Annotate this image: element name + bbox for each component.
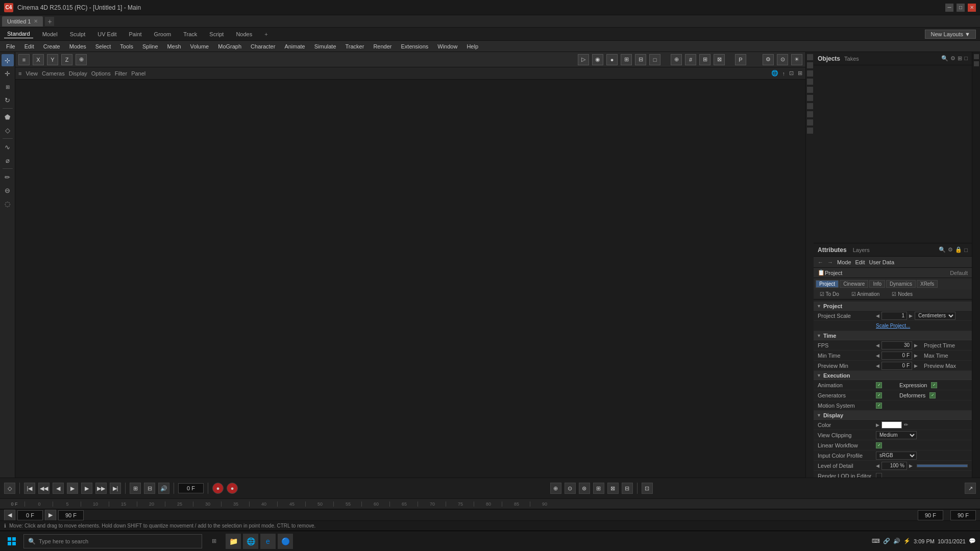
attrs-search-icon[interactable]: 🔍 [939,246,946,253]
takes-tab-label[interactable]: Takes [844,56,859,62]
obj-layout-icon[interactable]: ⊞ [958,55,962,62]
min-right[interactable]: ▶ [914,353,918,358]
pb-first[interactable]: |◀ [24,483,35,494]
scale-tool[interactable]: ⊞ [2,81,14,93]
pmin-left[interactable]: ◀ [876,363,879,368]
rs-icon9[interactable] [807,119,813,126]
rs-icon4[interactable] [807,79,813,85]
obj-maximize-icon[interactable]: □ [964,55,968,62]
new-tab-button[interactable]: + [45,17,54,26]
attrs-forward-btn[interactable]: → [827,259,833,265]
attrs-userdata-btn[interactable]: User Data [869,259,895,265]
tab-dynamics[interactable]: Dynamics [886,280,916,288]
rs-icon7[interactable] [807,103,813,109]
task-view-btn[interactable]: ⊞ [206,534,222,549]
maximize-button[interactable]: □ [957,4,965,12]
tl-back[interactable]: ◀ [4,510,15,521]
pmin-right[interactable]: ▶ [914,363,918,368]
menu-mograph[interactable]: MoGraph [214,42,246,51]
generators-checkbox[interactable]: ✓ [876,392,882,398]
pb-rec2[interactable]: ● [227,483,238,494]
taskbar-app4[interactable]: 🔵 [278,534,293,549]
tab-info[interactable]: Info [869,280,885,288]
tray-icon2[interactable]: 🔗 [883,538,890,544]
taskbar-edge[interactable]: e [260,534,276,549]
menu-character[interactable]: Character [247,42,279,51]
input-color-profile-select[interactable]: sRGB Linear [876,452,917,460]
vt-3d[interactable]: ⊙ [777,54,788,65]
expression-checkbox[interactable]: ✓ [931,382,937,388]
pb-mode[interactable]: ⊡ [642,483,653,494]
paint-tool[interactable]: ✏ [2,171,14,183]
render-lod-checkbox[interactable] [876,473,882,478]
pb-record[interactable]: ⊞ [130,483,141,494]
tab-xrefs[interactable]: XRefs [917,280,938,288]
vn-icon3[interactable]: ⊡ [789,70,794,77]
menu-tools[interactable]: Tools [116,42,137,51]
spline-tool[interactable]: ∿ [2,141,14,153]
linear-workflow-checkbox[interactable]: ✓ [876,442,882,448]
project-scale-unit-select[interactable]: Centimeters [915,312,955,320]
vt-grid2[interactable]: ⊞ [699,54,710,65]
vt-persp[interactable]: P [735,54,746,65]
close-button[interactable]: ✕ [968,4,976,12]
brush-tool[interactable]: ⌀ [2,154,14,166]
section-execution[interactable]: ▼ Execution [814,371,972,380]
tray-icon1[interactable]: ⌨ [872,538,880,544]
min-left[interactable]: ◀ [876,353,879,358]
animation-checkbox[interactable]: ✓ [876,382,882,388]
rs-icon8[interactable] [807,111,813,117]
pb-expand[interactable]: ↗ [965,483,976,494]
color-arrow[interactable]: ▶ [876,422,879,428]
preview-min-input[interactable] [881,362,912,370]
add-layout-icon[interactable]: + [261,30,271,38]
tl-forward[interactable]: ▶ [45,510,56,521]
vt-menu[interactable]: ≡ [18,54,30,65]
vt-frame[interactable]: ⊞ [621,54,632,65]
pb-next-frame[interactable]: ▶▶ [95,483,107,494]
vn-display[interactable]: Display [69,70,87,77]
section-time[interactable]: ▼ Time [814,331,972,340]
vt-world[interactable]: ⊕ [76,54,87,65]
menu-animate[interactable]: Animate [280,42,309,51]
menu-modes[interactable]: Modes [65,42,90,51]
rs-icon10[interactable] [807,128,813,134]
vn-view[interactable]: View [26,70,38,77]
vn-icon1[interactable]: 🌐 [771,70,778,77]
vn-panel[interactable]: Panel [131,70,145,77]
layout-paint[interactable]: Paint [126,30,145,38]
pb-anim[interactable]: ⊞ [593,483,604,494]
pb-record2[interactable]: ⊟ [144,483,155,494]
pb-prev-key[interactable]: ◀ [53,483,64,494]
minimize-button[interactable]: ─ [945,4,953,12]
fps-left[interactable]: ◀ [876,343,879,348]
attrs-back-btn[interactable]: ← [818,259,823,265]
layout-nodes[interactable]: Nodes [233,30,255,38]
move-tool[interactable]: ✛ [2,67,14,80]
erase-tool[interactable]: ⊖ [2,184,14,196]
menu-render[interactable]: Render [369,42,396,51]
pb-center[interactable]: ⊕ [550,483,561,494]
lod-input[interactable] [881,462,907,470]
tray-icon4[interactable]: ⚡ [903,538,911,544]
menu-simulate[interactable]: Simulate [310,42,340,51]
layout-track[interactable]: Track [180,30,200,38]
layout-groom[interactable]: Groom [151,30,175,38]
rs-icon2[interactable] [807,62,813,68]
attrs-mode-btn[interactable]: Mode [837,259,851,265]
vn-cameras[interactable]: Cameras [42,70,65,77]
pb-film[interactable]: ⊠ [607,483,619,494]
taskbar-explorer[interactable]: 📁 [226,534,241,549]
color-swatch[interactable] [881,421,902,429]
pb-key[interactable]: ⊛ [579,483,590,494]
layout-uvedit[interactable]: UV Edit [94,30,119,38]
lod-right[interactable]: ▶ [909,463,913,468]
proj-scale-right-arrow[interactable]: ▶ [909,313,913,318]
search-box[interactable]: 🔍 Type here to search [23,534,202,548]
vt-settings[interactable]: ⚙ [763,54,774,65]
layout-model[interactable]: Model [39,30,61,38]
vt-cam[interactable]: ◉ [592,54,603,65]
rs-icon5[interactable] [807,87,813,93]
vt-render[interactable]: ● [606,54,618,65]
fr-icon2[interactable] [974,61,979,66]
